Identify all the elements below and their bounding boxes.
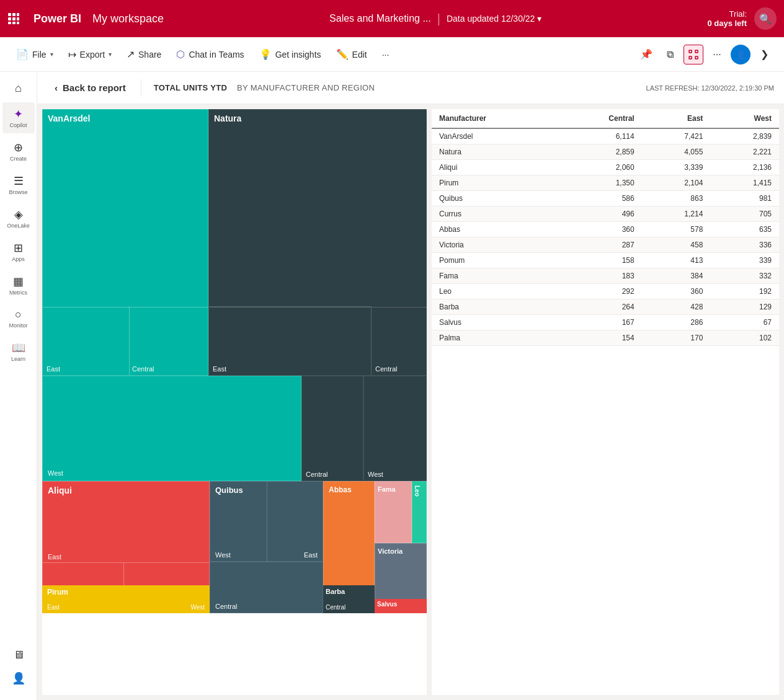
table-row: Fama183384332 bbox=[432, 268, 779, 284]
main-toolbar: 📄 File ▾ ↦ Export ▾ ↗ Share ⬡ Chat in Te… bbox=[0, 37, 784, 72]
sidebar-item-copilot[interactable]: ✦ Copilot bbox=[2, 102, 35, 133]
cell-west: 2,839 bbox=[710, 128, 779, 144]
cell-central: 586 bbox=[559, 191, 642, 206]
fama-block[interactable]: Fama bbox=[375, 481, 412, 543]
report-tab-by-manufacturer[interactable]: BY MANUFACTURER AND REGION bbox=[232, 81, 380, 95]
screen-icon: 🖥 bbox=[13, 649, 24, 662]
metrics-label: Metrics bbox=[9, 290, 27, 296]
table-scroll[interactable]: Manufacturer Central East West VanArsdel… bbox=[432, 109, 779, 695]
content-area: ‹ Back to report TOTAL UNITS YTD BY MANU… bbox=[37, 72, 784, 700]
sidebar-item-metrics[interactable]: ▦ Metrics bbox=[2, 270, 35, 301]
cell-west: 339 bbox=[710, 253, 779, 268]
file-button[interactable]: 📄 File ▾ bbox=[10, 45, 60, 64]
table-row: Abbas360578635 bbox=[432, 222, 779, 237]
data-table: Manufacturer Central East West VanArsdel… bbox=[432, 109, 779, 346]
edit-icon: ✏️ bbox=[336, 48, 349, 60]
header-divider bbox=[141, 79, 141, 97]
cell-central: 1,350 bbox=[559, 175, 642, 191]
user-avatar[interactable]: 👤 bbox=[731, 45, 751, 64]
more-button[interactable]: ··· bbox=[707, 45, 727, 64]
cell-manufacturer: Aliqui bbox=[432, 160, 559, 175]
sidebar-item-browse[interactable]: ☰ Browse bbox=[2, 169, 35, 200]
onelake-label: OneLake bbox=[7, 223, 30, 229]
quibus-block[interactable]: Quibus West East bbox=[210, 481, 323, 562]
leo-block[interactable]: Leo bbox=[412, 481, 427, 543]
duplicate-button[interactable]: ⧉ bbox=[660, 45, 680, 64]
export-button[interactable]: ↦ Export ▾ bbox=[62, 45, 118, 64]
cell-west: 67 bbox=[710, 315, 779, 330]
edit-button[interactable]: ✏️ Edit bbox=[330, 45, 373, 64]
sidebar-item-learn[interactable]: 📖 Learn bbox=[2, 336, 35, 367]
cell-manufacturer: Currus bbox=[432, 206, 559, 222]
get-insights-button[interactable]: 💡 Get insights bbox=[253, 45, 327, 64]
svg-rect-4 bbox=[12, 17, 16, 20]
natura-west-block[interactable]: West bbox=[363, 376, 427, 481]
file-icon: 📄 bbox=[16, 48, 29, 60]
copilot-label: Copilot bbox=[9, 122, 27, 128]
svg-rect-12 bbox=[695, 56, 698, 59]
col-west: West bbox=[710, 109, 779, 128]
cell-east: 3,339 bbox=[642, 160, 711, 175]
salvus-block[interactable]: Salvus bbox=[375, 599, 427, 613]
cell-east: 413 bbox=[642, 253, 711, 268]
svg-rect-10 bbox=[695, 50, 698, 53]
teams-icon: ⬡ bbox=[176, 48, 185, 60]
svg-rect-6 bbox=[8, 22, 11, 24]
cell-central: 264 bbox=[559, 299, 642, 315]
svg-rect-3 bbox=[8, 17, 11, 20]
pin-button[interactable]: 📌 bbox=[636, 45, 656, 64]
table-row: Quibus586863981 bbox=[432, 191, 779, 206]
svg-rect-1 bbox=[12, 13, 16, 16]
barba-block[interactable]: Barba Central bbox=[323, 585, 375, 613]
cell-east: 170 bbox=[642, 330, 711, 346]
pirum-bottom[interactable]: Pirum East West bbox=[42, 585, 210, 613]
sidebar-item-monitor[interactable]: ○ Monitor bbox=[2, 303, 35, 334]
apps-grid-icon[interactable] bbox=[7, 9, 26, 28]
cell-west: 102 bbox=[710, 330, 779, 346]
chat-in-teams-button[interactable]: ⬡ Chat in Teams bbox=[170, 45, 250, 64]
treemap-chart[interactable]: VanArsdel East Central West Natura East bbox=[42, 109, 427, 695]
create-label: Create bbox=[10, 156, 27, 162]
table-row: Salvus16728667 bbox=[432, 315, 779, 330]
cell-manufacturer: Palma bbox=[432, 330, 559, 346]
quibus-central-block[interactable]: Central bbox=[210, 562, 323, 613]
sidebar-item-create[interactable]: ⊕ Create bbox=[2, 136, 35, 167]
report-tab-total-units[interactable]: TOTAL UNITS YTD bbox=[149, 81, 232, 95]
cell-manufacturer: Pirum bbox=[432, 175, 559, 191]
table-header-row: Manufacturer Central East West bbox=[432, 109, 779, 128]
cell-manufacturer: VanArsdel bbox=[432, 128, 559, 144]
cell-central: 2,060 bbox=[559, 160, 642, 175]
copilot-icon: ✦ bbox=[14, 107, 23, 121]
cell-east: 286 bbox=[642, 315, 711, 330]
col-east: East bbox=[642, 109, 711, 128]
report-title[interactable]: Sales and Marketing ... bbox=[329, 13, 431, 24]
sidebar-item-avatar[interactable]: 👤 bbox=[2, 667, 35, 690]
search-button[interactable]: 🔍 bbox=[754, 7, 777, 30]
back-to-report-button[interactable]: ‹ Back to report bbox=[47, 79, 133, 97]
panel-toggle-button[interactable]: ❯ bbox=[754, 45, 774, 64]
focus-mode-button[interactable] bbox=[684, 45, 703, 64]
table-row: Pirum1,3502,1041,415 bbox=[432, 175, 779, 191]
browse-icon: ☰ bbox=[14, 174, 24, 188]
table-row: VanArsdel6,1147,4212,839 bbox=[432, 128, 779, 144]
svg-rect-11 bbox=[689, 56, 692, 59]
cell-west: 129 bbox=[710, 299, 779, 315]
cell-central: 496 bbox=[559, 206, 642, 222]
vanarsdel-west-block[interactable]: West bbox=[42, 376, 301, 481]
cell-east: 7,421 bbox=[642, 128, 711, 144]
vanarsdel-block[interactable]: VanArsdel East Central bbox=[42, 109, 208, 376]
sidebar-item-home[interactable]: ⌂ bbox=[2, 77, 35, 100]
sidebar-item-screen[interactable]: 🖥 bbox=[2, 644, 35, 667]
sidebar-item-onelake[interactable]: ◈ OneLake bbox=[2, 203, 35, 234]
workspace-name[interactable]: My workspace bbox=[92, 12, 164, 25]
share-button[interactable]: ↗ Share bbox=[120, 45, 167, 64]
cell-east: 360 bbox=[642, 284, 711, 299]
cell-manufacturer: Abbas bbox=[432, 222, 559, 237]
apps-icon: ⊞ bbox=[14, 241, 23, 255]
natura-block[interactable]: Natura East Central bbox=[208, 109, 427, 376]
title-divider: | bbox=[437, 12, 440, 26]
natura-central-block[interactable]: Central bbox=[301, 376, 363, 481]
more-options-button[interactable]: ··· bbox=[376, 46, 396, 63]
sidebar-item-apps[interactable]: ⊞ Apps bbox=[2, 236, 35, 267]
cell-central: 287 bbox=[559, 237, 642, 253]
